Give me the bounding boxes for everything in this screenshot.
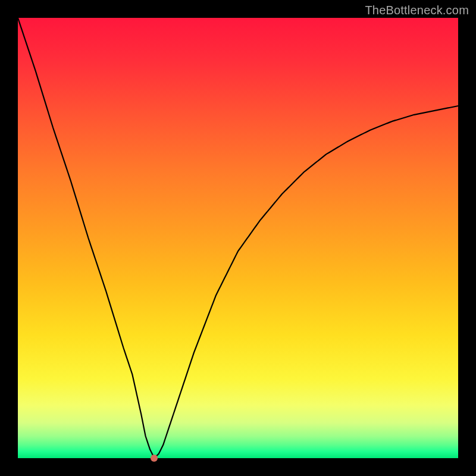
bottleneck-curve: [18, 18, 458, 458]
plot-area: [18, 18, 458, 458]
watermark-text: TheBottleneck.com: [365, 4, 469, 17]
chart-frame: TheBottleneck.com: [0, 0, 476, 476]
curve-svg: [18, 18, 458, 458]
minimum-marker: [151, 455, 158, 462]
